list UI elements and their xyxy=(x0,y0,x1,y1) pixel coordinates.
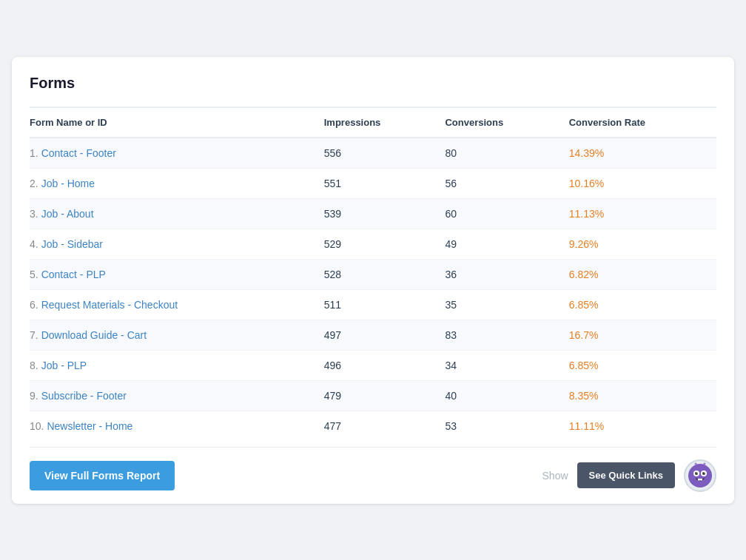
impressions-cell: 496 xyxy=(318,350,440,380)
conversions-cell: 35 xyxy=(439,289,562,320)
table-row: 4.Job - Sidebar529499.26% xyxy=(30,229,716,259)
row-number: 7. xyxy=(30,329,38,341)
impressions-cell: 497 xyxy=(318,320,440,350)
form-name-cell: 8.Job - PLP xyxy=(30,350,318,380)
row-number: 10. xyxy=(30,420,44,432)
svg-point-10 xyxy=(704,462,706,465)
table-row: 1.Contact - Footer5568014.39% xyxy=(30,138,716,169)
form-name: Job - Sidebar xyxy=(41,238,103,250)
conversion-rate-cell: 11.13% xyxy=(563,198,716,229)
impressions-cell: 556 xyxy=(318,138,440,169)
svg-point-5 xyxy=(696,472,698,473)
row-number: 4. xyxy=(30,238,38,250)
forms-table-wrapper: Form Name or ID Impressions Conversions … xyxy=(30,107,716,441)
conversions-cell: 53 xyxy=(439,411,562,441)
conversion-rate-cell: 6.82% xyxy=(563,259,716,289)
show-label: Show xyxy=(542,470,568,482)
row-number: 1. xyxy=(30,147,38,159)
row-number: 9. xyxy=(30,390,38,402)
svg-point-8 xyxy=(695,462,697,465)
conversion-rate-cell: 14.39% xyxy=(563,138,716,169)
table-header-row: Form Name or ID Impressions Conversions … xyxy=(30,108,716,138)
col-header-conversions: Conversions xyxy=(439,108,562,138)
table-row: 7.Download Guide - Cart4978316.7% xyxy=(30,320,716,350)
avatar xyxy=(684,459,716,492)
form-name: Request Materials - Checkout xyxy=(41,299,178,311)
conversion-rate-cell: 16.7% xyxy=(563,320,716,350)
conversions-cell: 83 xyxy=(439,320,562,350)
svg-point-0 xyxy=(688,464,712,488)
conversion-rate-cell: 8.35% xyxy=(563,380,716,411)
form-name-cell: 10.Newsletter - Home xyxy=(30,411,318,441)
table-row: 3.Job - About5396011.13% xyxy=(30,198,716,229)
form-name: Job - Home xyxy=(41,178,95,189)
forms-widget: Forms Form Name or ID Impressions Conver… xyxy=(12,57,734,504)
conversions-cell: 40 xyxy=(439,380,562,411)
col-header-form-name: Form Name or ID xyxy=(30,108,318,138)
conversion-rate-cell: 9.26% xyxy=(563,229,716,259)
footer-bar: View Full Forms Report Show See Quick Li… xyxy=(30,447,716,504)
form-name: Subscribe - Footer xyxy=(41,390,127,402)
form-name-cell: 9.Subscribe - Footer xyxy=(30,380,318,411)
form-name-cell: 7.Download Guide - Cart xyxy=(30,320,318,350)
table-row: 6.Request Materials - Checkout511356.85% xyxy=(30,289,716,320)
impressions-cell: 511 xyxy=(318,289,440,320)
form-name: Contact - PLP xyxy=(41,269,106,280)
form-name: Newsletter - Home xyxy=(47,420,132,432)
forms-table: Form Name or ID Impressions Conversions … xyxy=(30,108,716,441)
row-number: 8. xyxy=(30,360,38,371)
row-number: 2. xyxy=(30,178,38,189)
impressions-cell: 477 xyxy=(318,411,440,441)
conversions-cell: 36 xyxy=(439,259,562,289)
impressions-cell: 529 xyxy=(318,229,440,259)
conversions-cell: 34 xyxy=(439,350,562,380)
see-quick-links-button[interactable]: See Quick Links xyxy=(577,462,675,488)
form-name-cell: 1.Contact - Footer xyxy=(30,138,318,169)
svg-rect-11 xyxy=(698,479,700,481)
table-row: 9.Subscribe - Footer479408.35% xyxy=(30,380,716,411)
conversions-cell: 60 xyxy=(439,198,562,229)
row-number: 3. xyxy=(30,208,38,220)
col-header-impressions: Impressions xyxy=(318,108,440,138)
impressions-cell: 479 xyxy=(318,380,440,411)
table-row: 10.Newsletter - Home4775311.11% xyxy=(30,411,716,441)
view-full-report-button[interactable]: View Full Forms Report xyxy=(30,461,175,490)
form-name: Job - About xyxy=(41,208,94,220)
svg-rect-12 xyxy=(700,479,702,481)
form-name-cell: 6.Request Materials - Checkout xyxy=(30,289,318,320)
monster-icon xyxy=(687,462,713,489)
form-name-cell: 2.Job - Home xyxy=(30,168,318,198)
footer-right: Show See Quick Links xyxy=(542,459,716,492)
col-header-conversion-rate: Conversion Rate xyxy=(563,108,716,138)
widget-title: Forms xyxy=(30,75,716,92)
form-name: Contact - Footer xyxy=(41,147,116,159)
impressions-cell: 551 xyxy=(318,168,440,198)
table-row: 8.Job - PLP496346.85% xyxy=(30,350,716,380)
conversions-cell: 80 xyxy=(439,138,562,169)
table-body: 1.Contact - Footer5568014.39%2.Job - Hom… xyxy=(30,138,716,441)
conversion-rate-cell: 6.85% xyxy=(563,350,716,380)
table-row: 2.Job - Home5515610.16% xyxy=(30,168,716,198)
conversions-cell: 56 xyxy=(439,168,562,198)
impressions-cell: 539 xyxy=(318,198,440,229)
form-name-cell: 4.Job - Sidebar xyxy=(30,229,318,259)
form-name: Download Guide - Cart xyxy=(41,329,147,341)
impressions-cell: 528 xyxy=(318,259,440,289)
conversions-cell: 49 xyxy=(439,229,562,259)
row-number: 6. xyxy=(30,299,38,311)
form-name-cell: 5.Contact - PLP xyxy=(30,259,318,289)
svg-point-6 xyxy=(704,472,705,473)
conversion-rate-cell: 10.16% xyxy=(563,168,716,198)
conversion-rate-cell: 11.11% xyxy=(563,411,716,441)
form-name: Job - PLP xyxy=(41,360,87,371)
row-number: 5. xyxy=(30,269,38,280)
form-name-cell: 3.Job - About xyxy=(30,198,318,229)
conversion-rate-cell: 6.85% xyxy=(563,289,716,320)
table-row: 5.Contact - PLP528366.82% xyxy=(30,259,716,289)
